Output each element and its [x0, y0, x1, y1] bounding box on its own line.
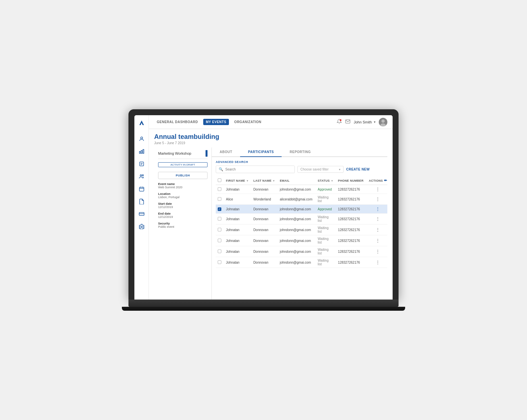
row-status-6: Waiting list	[315, 235, 336, 246]
svg-point-8	[140, 175, 142, 176]
row-checkbox-cell-4	[216, 214, 223, 224]
info-event-name: Event name Web Summit 2020	[158, 182, 208, 189]
tab-reporting[interactable]: REPORTING	[282, 147, 319, 157]
info-start-date: Start date 12/12/2019	[158, 202, 208, 209]
svg-rect-10	[139, 187, 144, 191]
row-phone-5: 128327262176	[335, 224, 366, 235]
row-checkbox-3[interactable]: ✓	[218, 207, 221, 211]
user-menu[interactable]: John Smith ▾	[354, 120, 375, 124]
sort-status-icon: ▾	[331, 179, 333, 182]
row-last-name-3: Donnovan	[251, 205, 277, 214]
row-action-menu-8[interactable]: ⋮	[369, 260, 387, 265]
laptop-wrapper: GENERAL DASHBOARD MY EVENTS ORGANIZATION	[128, 109, 399, 311]
search-box: 🔍	[216, 166, 295, 173]
create-new-button[interactable]: CREATE NEW	[346, 166, 370, 172]
avatar[interactable]	[379, 118, 387, 126]
row-checkbox-4[interactable]	[218, 217, 221, 221]
row-actions-8: ⋮	[366, 257, 387, 268]
svg-rect-3	[141, 150, 142, 153]
chevron-down-icon: ▾	[374, 120, 375, 124]
row-action-menu-6[interactable]: ⋮	[369, 238, 387, 243]
row-action-menu-7[interactable]: ⋮	[369, 249, 387, 254]
row-checkbox-7[interactable]	[218, 249, 221, 253]
row-actions-6: ⋮	[366, 235, 387, 246]
row-action-menu-1[interactable]: ⋮	[369, 187, 387, 192]
activity-title: Marketing Workshop	[158, 151, 191, 155]
main-content: GENERAL DASHBOARD MY EVENTS ORGANIZATION	[149, 115, 393, 300]
nav-general-dashboard[interactable]: GENERAL DASHBOARD	[154, 119, 201, 125]
row-checkbox-5[interactable]	[218, 228, 221, 231]
row-status-3: Approved	[315, 205, 336, 214]
row-status-8: Waiting list	[315, 257, 336, 268]
row-first-name-1: Johnatan	[223, 185, 251, 194]
sidebar-item-users[interactable]	[136, 171, 147, 182]
message-icon[interactable]	[345, 119, 350, 125]
row-checkbox-2[interactable]	[218, 197, 221, 201]
sidebar-item-document[interactable]	[136, 196, 147, 207]
search-row: 🔍 Choose saved filter ▾ CREATE NEW	[216, 166, 383, 173]
page-title: Annual teambuilding	[154, 133, 387, 141]
sidebar-item-card[interactable]	[136, 209, 147, 219]
edit-columns-icon[interactable]: ✏	[384, 178, 387, 183]
row-first-name-7: Johnatan	[223, 246, 251, 257]
filter-chevron-icon: ▾	[339, 168, 341, 171]
row-action-menu-5[interactable]: ⋮	[369, 227, 387, 232]
search-input[interactable]	[225, 168, 292, 171]
row-phone-7: 128327262176	[335, 246, 366, 257]
sidebar-item-chart[interactable]	[136, 146, 147, 157]
table-container: FIRST NAME ▾ LAST NAME ▾ EMAIL STATUS ▾ …	[216, 176, 383, 268]
content-area: Marketing Workshop ACTIVITY IN DRAFT PUB…	[154, 147, 387, 300]
location-label: Location	[158, 192, 208, 196]
sidebar-item-settings[interactable]	[136, 221, 147, 232]
table-row: Johnatan Donnovan johndonn@gmai.com Wait…	[216, 214, 387, 224]
header-first-name[interactable]: FIRST NAME ▾	[223, 176, 251, 185]
header-last-name[interactable]: LAST NAME ▾	[251, 176, 277, 185]
table-row: Johnatan Donnovan johndonn@gmai.com Wait…	[216, 224, 387, 235]
nav-icons: John Smith ▾	[337, 118, 387, 126]
nav-my-events[interactable]: MY EVENTS	[203, 119, 229, 125]
laptop-foot	[122, 307, 405, 311]
start-date-label: Start date	[158, 202, 208, 205]
logo-mark	[138, 119, 145, 126]
svg-marker-0	[139, 120, 144, 125]
header-status[interactable]: STATUS ▾	[315, 176, 336, 185]
sidebar-item-import[interactable]	[136, 159, 147, 169]
actions-header: ACTIONS ✏	[369, 178, 387, 183]
select-all-checkbox[interactable]	[218, 178, 221, 182]
tab-participants[interactable]: PARTICIPANTS	[240, 147, 282, 157]
sidebar-item-profile[interactable]	[136, 134, 147, 144]
row-action-menu-3[interactable]: ⋮	[369, 206, 387, 212]
notification-icon[interactable]	[337, 119, 342, 125]
row-email-5: johndonn@gmai.com	[277, 224, 315, 235]
row-phone-3: 128327262176	[335, 205, 366, 214]
row-last-name-2: Wonderland	[251, 194, 277, 205]
side-panel: Marketing Workshop ACTIVITY IN DRAFT PUB…	[154, 147, 212, 300]
table-header-row: FIRST NAME ▾ LAST NAME ▾ EMAIL STATUS ▾ …	[216, 176, 387, 185]
row-action-menu-4[interactable]: ⋮	[369, 216, 387, 222]
event-name-value: Web Summit 2020	[158, 186, 208, 189]
search-icon: 🔍	[219, 167, 223, 171]
tab-about[interactable]: ABOUT	[212, 147, 240, 157]
row-action-menu-2[interactable]: ⋮	[369, 197, 387, 202]
sort-last-name-icon: ▾	[273, 179, 274, 182]
header-check	[216, 176, 223, 185]
event-name-label: Event name	[158, 182, 208, 186]
row-checkbox-1[interactable]	[218, 187, 221, 191]
participants-table: FIRST NAME ▾ LAST NAME ▾ EMAIL STATUS ▾ …	[216, 176, 387, 268]
publish-button[interactable]: PUBLISH	[158, 172, 208, 179]
row-last-name-6: Donnovan	[251, 235, 277, 246]
draft-badge-btn[interactable]: ACTIVITY IN DRAFT	[158, 162, 208, 167]
row-checkbox-6[interactable]	[218, 239, 221, 242]
table-row: Johnatan Donnovan johndonn@gmai.com Wait…	[216, 246, 387, 257]
row-email-3: johndonn@gmai.com	[277, 205, 315, 214]
laptop-base	[128, 300, 399, 307]
row-status-1: Approved	[315, 185, 336, 194]
row-checkbox-cell-8	[216, 257, 223, 268]
sidebar-item-calendar[interactable]	[136, 184, 147, 194]
row-email-8: johndonn@gmai.com	[277, 257, 315, 268]
filter-select[interactable]: Choose saved filter ▾	[297, 166, 344, 173]
row-checkbox-8[interactable]	[218, 260, 221, 264]
svg-point-19	[381, 119, 385, 123]
row-first-name-3: Johnatan	[223, 205, 251, 214]
nav-organization[interactable]: ORGANIZATION	[232, 119, 264, 125]
